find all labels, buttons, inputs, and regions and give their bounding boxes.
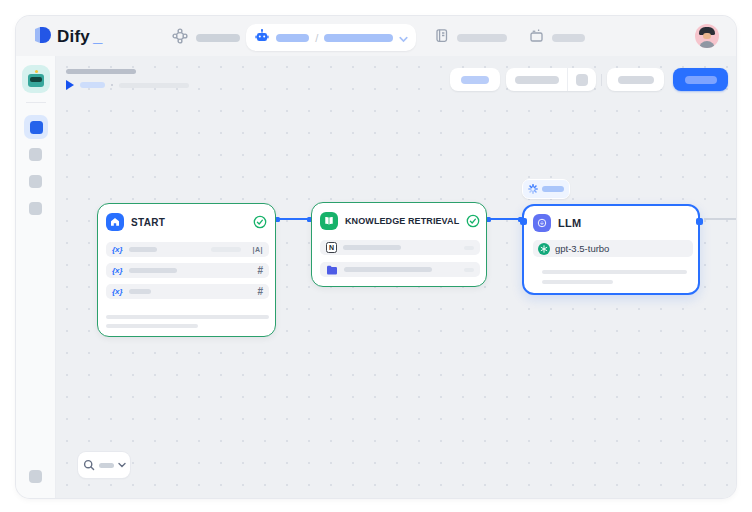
sidebar-item-3[interactable] xyxy=(29,175,42,188)
variable-name-placeholder xyxy=(129,247,157,252)
description-placeholder xyxy=(106,315,269,319)
workflow-canvas[interactable]: START {x} |A| {x} # {x} # xyxy=(56,56,736,498)
type-number-icon: # xyxy=(257,286,263,297)
variable-icon: {x} xyxy=(112,287,123,296)
logo-underscore: _ xyxy=(93,27,102,47)
notebook-icon xyxy=(434,28,449,47)
badge-label-placeholder xyxy=(542,186,564,192)
node-llm-header: LLM xyxy=(533,214,690,232)
nav-label-placeholder xyxy=(552,34,585,42)
autosave-placeholder xyxy=(119,83,189,88)
edge-llm-next xyxy=(704,218,736,220)
model-row: gpt-3.5-turbo xyxy=(533,240,693,257)
description-placeholder xyxy=(106,324,198,328)
nav-item-explore[interactable] xyxy=(529,28,585,47)
node-title: LLM xyxy=(558,217,582,229)
description-placeholder xyxy=(542,270,687,274)
app-breadcrumb[interactable]: / xyxy=(246,24,416,51)
model-name: gpt-3.5-turbo xyxy=(555,243,609,254)
nav-label-placeholder xyxy=(457,34,507,42)
edge-knowledge-llm xyxy=(487,218,522,220)
variable-name-placeholder xyxy=(129,268,177,273)
top-bar: Dify _ xyxy=(16,16,736,56)
preview-label-placeholder xyxy=(515,76,559,84)
preview-icon-placeholder xyxy=(576,74,588,86)
app-name-placeholder xyxy=(324,34,393,42)
notion-icon: N xyxy=(326,242,337,253)
current-app-icon[interactable] xyxy=(22,65,50,93)
variable-row: {x} |A| xyxy=(106,242,269,257)
dify-logo-icon xyxy=(32,25,52,49)
node-start-header: START xyxy=(106,213,267,231)
chevron-down-icon[interactable] xyxy=(399,29,408,47)
features-label-placeholder xyxy=(618,76,654,84)
variable-name-placeholder xyxy=(129,289,151,294)
publish-label-placeholder xyxy=(685,76,717,84)
type-number-icon: # xyxy=(257,265,263,276)
check-circle-icon xyxy=(466,214,480,228)
node-llm[interactable]: LLM gpt-3.5-turbo xyxy=(522,204,700,295)
llm-brain-icon xyxy=(533,214,551,232)
zoom-control[interactable] xyxy=(78,452,130,478)
chevron-down-icon[interactable] xyxy=(118,462,126,468)
nav-label-placeholder xyxy=(196,34,240,42)
openai-icon xyxy=(538,243,550,255)
open-book-icon xyxy=(320,212,338,230)
sidebar-item-4[interactable] xyxy=(29,202,42,215)
logo-text: Dify xyxy=(57,27,90,47)
sidebar-item-2[interactable] xyxy=(29,148,42,161)
preview-button-group[interactable] xyxy=(506,68,596,91)
app-window: Dify _ xyxy=(16,16,736,498)
play-icon[interactable] xyxy=(66,80,74,90)
folder-icon xyxy=(326,265,338,275)
zoom-level-placeholder xyxy=(99,463,114,468)
variable-row: {x} # xyxy=(106,263,269,278)
dataset-meta-placeholder xyxy=(464,268,474,272)
node-start[interactable]: START {x} |A| {x} # {x} # xyxy=(97,203,276,337)
nav-item-workflow[interactable] xyxy=(172,28,240,48)
avatar-body xyxy=(699,41,715,48)
type-text-icon: |A| xyxy=(253,246,263,253)
workflow-active-icon xyxy=(30,121,43,134)
magnifier-icon xyxy=(83,459,95,471)
dataset-row xyxy=(320,262,480,277)
dataset-meta-placeholder xyxy=(464,246,474,250)
workflow-title-placeholder xyxy=(66,69,136,74)
breadcrumb-separator: / xyxy=(315,32,318,44)
variable-row: {x} # xyxy=(106,284,269,299)
home-icon xyxy=(106,213,124,231)
dataset-name-placeholder xyxy=(344,267,432,272)
rail-divider xyxy=(26,102,46,103)
nav-item-knowledge[interactable] xyxy=(434,28,507,47)
node-running-badge xyxy=(522,179,570,199)
dataset-name-placeholder xyxy=(343,245,401,250)
variable-icon: {x} xyxy=(112,245,123,254)
node-title: START xyxy=(131,217,165,228)
node-knowledge-header: KNOWLEDGE RETRIEVAL xyxy=(320,212,478,230)
dot-separator xyxy=(111,84,113,86)
preview-icon-segment[interactable] xyxy=(568,68,596,91)
spinner-icon xyxy=(528,184,538,194)
check-circle-icon xyxy=(253,215,267,229)
avatar-face xyxy=(703,33,711,39)
features-button[interactable] xyxy=(607,68,664,91)
monitor-sparkle-icon xyxy=(529,28,544,47)
run-button[interactable] xyxy=(450,68,500,91)
dify-logo[interactable]: Dify _ xyxy=(32,25,102,49)
run-label-placeholder xyxy=(80,82,105,88)
preview-segment[interactable] xyxy=(506,68,567,91)
workspace-name-placeholder xyxy=(276,34,309,42)
variable-icon: {x} xyxy=(112,266,123,275)
workflow-nodes-icon xyxy=(172,28,188,48)
sidebar-item-settings[interactable] xyxy=(29,470,42,483)
edge-start-knowledge xyxy=(276,218,311,220)
publish-button[interactable] xyxy=(673,68,728,91)
variable-value-placeholder xyxy=(211,247,241,252)
node-knowledge-retrieval[interactable]: KNOWLEDGE RETRIEVAL N xyxy=(311,202,487,287)
robot-icon xyxy=(254,28,270,48)
sidebar-item-workflow-active[interactable] xyxy=(24,115,48,139)
node-title: KNOWLEDGE RETRIEVAL xyxy=(345,216,459,226)
user-avatar[interactable] xyxy=(695,24,719,48)
input-handle[interactable] xyxy=(520,218,527,225)
output-handle[interactable] xyxy=(696,218,703,225)
